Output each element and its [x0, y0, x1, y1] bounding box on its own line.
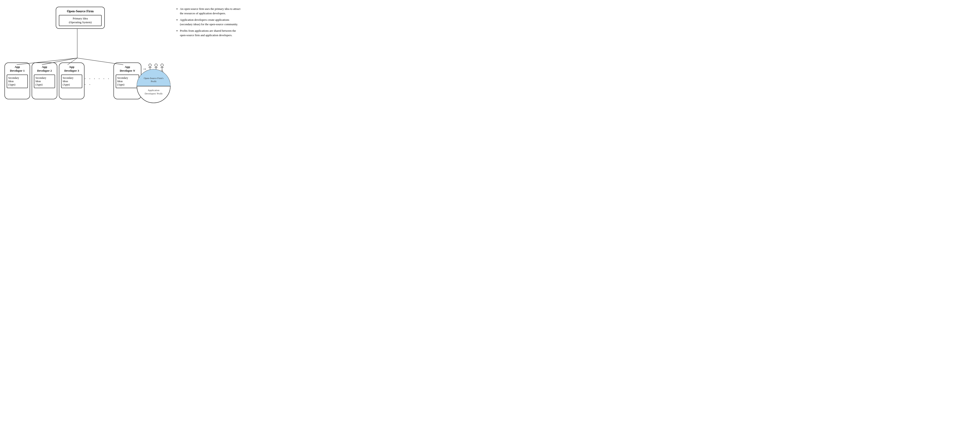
dev-box-3: AppDeveloper 3 SecondaryIdeas(Apps): [59, 62, 84, 99]
pie-chart: Open-Source Firm's Profit Application De…: [136, 68, 172, 104]
svg-point-5: [149, 64, 151, 67]
svg-text:Profit: Profit: [151, 80, 156, 83]
dots: · · · · · · · ·: [84, 62, 113, 88]
firm-title: Open-Source Firm: [59, 10, 102, 13]
dev1-inner: SecondaryIdeas(Apps): [7, 75, 28, 88]
svg-text:Open-Source Firm's: Open-Source Firm's: [144, 77, 164, 80]
dev2-inner: SecondaryIdeas(Apps): [34, 75, 55, 88]
notes-area: An open-source firm uses the primary ide…: [172, 5, 240, 112]
svg-text:Application: Application: [148, 89, 159, 91]
dev-box-2: AppDeveloper 2 SecondaryIdeas(Apps): [32, 62, 57, 99]
dev1-title: AppDeveloper 1: [7, 65, 28, 73]
note-2: Application developers create applicatio…: [180, 18, 240, 26]
note-1: An open-source firm uses the primary ide…: [180, 7, 240, 15]
pie-area: Open-Source Firm's Profit Application De…: [136, 68, 172, 105]
dev-box-1: AppDeveloper 1 SecondaryIdeas(Apps): [5, 62, 30, 99]
svg-point-10: [155, 64, 158, 67]
dev2-title: AppDeveloper 2: [34, 65, 55, 73]
diagram-area: Open-Source Firm Primary Idea(Operating …: [5, 5, 172, 112]
dev3-inner: SecondaryIdeas(Apps): [61, 75, 82, 88]
firm-box: Open-Source Firm Primary Idea(Operating …: [56, 7, 105, 29]
main-container: Open-Source Firm Primary Idea(Operating …: [5, 5, 240, 112]
svg-text:Developers' Profit: Developers' Profit: [145, 92, 162, 95]
notes-list: An open-source firm uses the primary ide…: [176, 7, 240, 37]
note-3: Profits from applications are shared bet…: [180, 29, 240, 37]
svg-point-15: [161, 64, 164, 67]
firm-inner-box: Primary Idea(Operating System): [59, 15, 102, 26]
dev3-title: AppDeveloper 3: [61, 65, 82, 73]
